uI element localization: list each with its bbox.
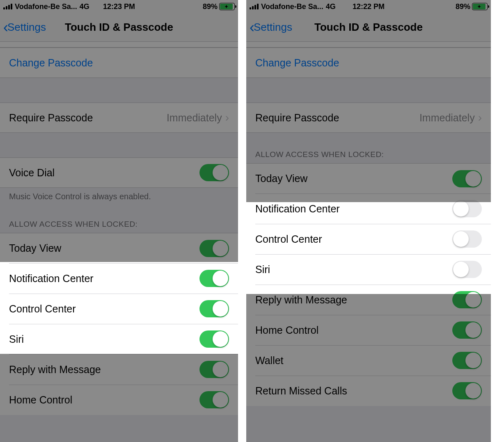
home-control-toggle[interactable] xyxy=(452,321,482,339)
page-title: Touch ID & Passcode xyxy=(65,21,173,34)
siri-toggle[interactable] xyxy=(452,261,482,278)
wallet-toggle[interactable] xyxy=(452,352,482,369)
home-control-row: Home Control xyxy=(0,385,238,415)
nav-bar: ‹ Settings Touch ID & Passcode xyxy=(246,13,491,42)
notification-center-toggle[interactable] xyxy=(199,270,229,287)
control-center-row: Control Center xyxy=(0,294,238,324)
voice-dial-label: Voice Dial xyxy=(9,167,55,179)
reply-message-toggle[interactable] xyxy=(452,291,482,308)
siri-toggle[interactable] xyxy=(199,330,229,348)
back-label: Settings xyxy=(7,21,46,34)
change-passcode-label: Change Passcode xyxy=(9,57,93,69)
chevron-right-icon: › xyxy=(225,111,229,124)
today-view-label: Today View xyxy=(9,242,61,254)
battery-icon: ✦ xyxy=(472,3,488,10)
control-center-label: Control Center xyxy=(255,233,322,245)
control-center-row: Control Center xyxy=(246,224,491,254)
signal-icon xyxy=(3,4,12,9)
require-passcode-value: Immediately xyxy=(167,112,222,124)
require-passcode-value: Immediately xyxy=(419,112,475,124)
network-label: 4G xyxy=(80,2,89,11)
status-bar: Vodafone-Be Sa... 4G 12:23 PM 89% ✦ xyxy=(0,0,238,13)
siri-row: Siri xyxy=(246,254,491,285)
return-missed-calls-row: Return Missed Calls xyxy=(246,376,491,406)
page-title: Touch ID & Passcode xyxy=(314,21,423,34)
notification-center-row: Notification Center xyxy=(0,263,238,294)
battery-pct: 89% xyxy=(203,2,218,11)
voice-dial-note: Music Voice Control is always enabled. xyxy=(0,188,238,211)
require-passcode-row[interactable]: Require Passcode Immediately › xyxy=(246,103,491,133)
require-passcode-label: Require Passcode xyxy=(9,112,93,124)
return-missed-calls-label: Return Missed Calls xyxy=(255,385,347,397)
notification-center-toggle[interactable] xyxy=(452,200,482,217)
back-button[interactable]: ‹ Settings xyxy=(3,20,46,35)
control-center-toggle[interactable] xyxy=(199,300,229,317)
home-control-toggle[interactable] xyxy=(199,391,229,408)
reply-message-row: Reply with Message xyxy=(246,285,491,315)
reply-message-label: Reply with Message xyxy=(255,294,347,306)
today-view-toggle[interactable] xyxy=(199,240,229,257)
right-screenshot: Vodafone-Be Sa... 4G 12:22 PM 89% ✦ ‹ Se… xyxy=(246,0,491,442)
wallet-row: Wallet xyxy=(246,345,491,376)
carrier-label: Vodafone-Be Sa... xyxy=(261,2,323,11)
signal-icon xyxy=(250,4,259,9)
back-button[interactable]: ‹ Settings xyxy=(250,20,292,35)
siri-label: Siri xyxy=(9,333,24,345)
change-passcode-row[interactable]: Change Passcode xyxy=(0,48,238,78)
today-view-label: Today View xyxy=(255,173,307,185)
home-control-label: Home Control xyxy=(255,324,318,336)
notification-center-label: Notification Center xyxy=(255,203,340,215)
siri-row: Siri xyxy=(0,324,238,354)
today-view-row: Today View xyxy=(0,233,238,263)
voice-dial-toggle[interactable] xyxy=(199,164,229,181)
back-label: Settings xyxy=(254,21,292,34)
nav-bar: ‹ Settings Touch ID & Passcode xyxy=(0,13,238,42)
notification-center-row: Notification Center xyxy=(246,194,491,224)
return-missed-calls-toggle[interactable] xyxy=(452,382,482,399)
siri-label: Siri xyxy=(255,264,270,276)
status-bar: Vodafone-Be Sa... 4G 12:22 PM 89% ✦ xyxy=(246,0,491,13)
reply-message-label: Reply with Message xyxy=(9,364,101,376)
control-center-toggle[interactable] xyxy=(452,230,482,248)
battery-pct: 89% xyxy=(456,2,470,11)
notification-center-label: Notification Center xyxy=(9,273,94,285)
change-passcode-label: Change Passcode xyxy=(255,57,339,69)
reply-message-row: Reply with Message xyxy=(0,354,238,385)
clock: 12:23 PM xyxy=(103,2,135,11)
today-view-toggle[interactable] xyxy=(452,170,482,187)
change-passcode-row[interactable]: Change Passcode xyxy=(246,48,491,78)
require-passcode-label: Require Passcode xyxy=(255,112,339,124)
allow-access-header: ALLOW ACCESS WHEN LOCKED: xyxy=(246,133,491,163)
control-center-label: Control Center xyxy=(9,303,76,315)
clock: 12:22 PM xyxy=(353,2,385,11)
today-view-row: Today View xyxy=(246,163,491,194)
allow-access-header: ALLOW ACCESS WHEN LOCKED: xyxy=(0,211,238,233)
carrier-label: Vodafone-Be Sa... xyxy=(15,2,77,11)
home-control-row: Home Control xyxy=(246,315,491,345)
chevron-right-icon: › xyxy=(478,111,482,124)
require-passcode-row[interactable]: Require Passcode Immediately › xyxy=(0,103,238,133)
network-label: 4G xyxy=(326,2,336,11)
voice-dial-row: Voice Dial xyxy=(0,157,238,188)
left-screenshot: Vodafone-Be Sa... 4G 12:23 PM 89% ✦ ‹ Se… xyxy=(0,0,238,442)
reply-message-toggle[interactable] xyxy=(199,361,229,378)
battery-icon: ✦ xyxy=(219,3,235,10)
wallet-label: Wallet xyxy=(255,355,284,367)
home-control-label: Home Control xyxy=(9,394,72,406)
